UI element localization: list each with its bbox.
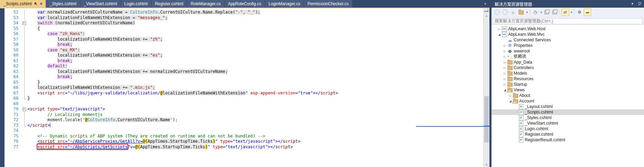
outline-guide	[22, 48, 27, 53]
scrollbar-thumb[interactable]	[484, 96, 489, 142]
home-button[interactable]: ⌂	[509, 8, 517, 16]
tree-item-abplearn-web-mvc[interactable]: ◢AbpLearn.Web.Mvc	[491, 32, 644, 37]
tree-item-resources[interactable]: ▷Resources	[491, 76, 644, 82]
tree-item-models[interactable]: ▷Models	[491, 70, 644, 76]
tree-item-_viewstart-cshtml[interactable]: _ViewStart.cshtml	[491, 120, 644, 126]
collapsed-arrow-icon[interactable]: ▷	[503, 83, 507, 86]
preview-selected-items-button[interactable]: ▬	[584, 8, 591, 16]
tree-item-label: Connected Services	[514, 37, 551, 43]
breakpoint-margin[interactable]	[0, 8, 5, 167]
tree-item-label: 依赖项	[514, 54, 526, 59]
tree-item-app_data[interactable]: ▷App_Data	[491, 59, 644, 65]
collapsed-arrow-icon[interactable]: ▷	[497, 27, 502, 31]
expanded-arrow-icon[interactable]: ◢	[497, 33, 502, 36]
properties-button[interactable]: ⚙	[576, 8, 583, 16]
code-line: localizationFileNameWithExtension += ".m…	[27, 85, 483, 91]
scroll-down-icon[interactable]: ▼	[484, 163, 489, 166]
deps-icon	[507, 55, 513, 59]
tree-item-controllers[interactable]: ▷Controllers	[491, 65, 644, 70]
collapsed-arrow-icon[interactable]: ▷	[503, 55, 507, 58]
tree-item-about[interactable]: ▷About	[491, 93, 644, 98]
line-number: 59	[5, 48, 18, 53]
splitter-grip-icon[interactable]	[484, 9, 488, 13]
tree-item-abplearn-web-host[interactable]: ▷AbpLearn.Web.Host	[491, 26, 644, 32]
document-tab[interactable]: _Styles.cshtml	[46, 0, 80, 8]
razor-icon	[518, 132, 524, 137]
dropdown-arrow-icon[interactable]: ▼	[526, 11, 528, 14]
outline-guide	[22, 96, 27, 101]
collapse-box-icon[interactable]	[22, 107, 27, 112]
tree-item-views[interactable]: ◢Views	[491, 87, 644, 93]
scroll-up-icon[interactable]: ▲	[484, 14, 489, 17]
code-line: default:	[27, 64, 483, 69]
tree-item-_layout-cshtml[interactable]: _Layout.cshtml	[491, 104, 644, 109]
tree-item-_scripts-cshtml[interactable]: _Scripts.cshtml	[491, 109, 644, 115]
back-icon: ←	[495, 10, 500, 15]
collapsed-arrow-icon[interactable]: ▷	[503, 72, 507, 75]
tab-overflow-icon[interactable]: ▼	[484, 2, 487, 6]
document-tab[interactable]: Login.cshtml	[121, 0, 151, 8]
document-tab[interactable]: AppRoleConfig.cs	[225, 0, 265, 8]
outlining-margin[interactable]	[22, 8, 27, 167]
collapsed-arrow-icon[interactable]: ▷	[503, 61, 507, 64]
code-line: }	[27, 96, 483, 101]
pending-changes-filter-button[interactable]: ◷	[531, 8, 539, 16]
close-tab-icon[interactable]: ×	[40, 2, 42, 6]
code-line: switch (normalizedCurrentUICultureName)	[27, 20, 483, 26]
collapsed-arrow-icon[interactable]: ▷	[503, 44, 507, 47]
tree-item-login-cshtml[interactable]: Login.cshtml	[491, 126, 644, 132]
tree-item-properties[interactable]: ▷⚙Properties	[491, 43, 644, 48]
window-position-icon[interactable]: ▼	[631, 2, 634, 6]
tree-item-label: RegisterResult.cshtml	[525, 137, 565, 143]
collapsed-arrow-icon[interactable]: ▷	[503, 50, 507, 53]
sync-with-active-document-button[interactable]: ⇄	[562, 8, 569, 16]
dropdown-arrow-icon[interactable]: ▼	[570, 11, 573, 14]
document-tab[interactable]: _Scripts.cshtml×	[0, 0, 46, 8]
dropdown-arrow-icon[interactable]: ▼	[540, 11, 542, 14]
razor-icon	[518, 110, 524, 115]
tree-item-register-cshtml[interactable]: Register.cshtml	[491, 132, 644, 137]
pin-tab-icon[interactable]	[34, 2, 38, 6]
switch-views-button[interactable]	[517, 8, 525, 16]
tab-label: RoleManager.cs	[191, 1, 221, 6]
outline-guide	[22, 91, 27, 96]
tree-item-startup[interactable]: ▷Startup	[491, 82, 644, 87]
collapse-all-button[interactable]	[543, 8, 550, 16]
editor-body: 5253545556575859606162636465666768697071…	[0, 8, 489, 167]
collapse-box-icon[interactable]	[22, 20, 27, 26]
tree-item-label: Properties	[514, 43, 533, 48]
tree-item-_styles-cshtml[interactable]: _Styles.cshtml	[491, 115, 644, 120]
show-all-files-button[interactable]	[551, 8, 558, 16]
tab-label: PermissionChecker.cs	[307, 1, 349, 6]
line-number: 66	[5, 85, 18, 91]
tab-label: Login.cshtml	[124, 1, 148, 6]
collapsed-arrow-icon[interactable]: ▷	[503, 66, 507, 69]
code-editor[interactable]: var normalizedCurrentUICultureName = Cul…	[27, 8, 483, 167]
tree-item----[interactable]: ▷依赖项	[491, 54, 644, 59]
tree-item-account[interactable]: ◢Account	[491, 98, 644, 104]
code-line: // Localizing momentjs	[27, 112, 483, 118]
solution-explorer-search-input[interactable]	[493, 18, 643, 24]
collapsed-arrow-icon[interactable]: ▷	[503, 77, 507, 81]
tree-item-connected-services[interactable]: ☁Connected Services	[491, 37, 644, 43]
razor-icon	[518, 121, 524, 126]
document-tab[interactable]: RoleManager.cs	[187, 0, 224, 8]
tree-item-registerresult-cshtml[interactable]: RegisterResult.cshtml	[491, 137, 644, 143]
expanded-arrow-icon[interactable]: ◢	[503, 89, 507, 92]
document-tab[interactable]: PermissionChecker.cs	[304, 0, 352, 8]
globe-icon: ⊕	[507, 49, 513, 54]
wrench-icon: ⚙	[507, 43, 513, 48]
document-tab[interactable]: Register.cshtml	[151, 0, 187, 8]
tree-item-wwwroot[interactable]: ▷⊕wwwroot	[491, 48, 644, 54]
solution-explorer-toolbar: ←→⌂▼◷▼⇄▼⚙▬	[491, 8, 644, 17]
document-tab[interactable]: LoginManager.cs	[265, 0, 304, 8]
outline-guide	[22, 37, 27, 42]
code-line: <script src="~/AbpServiceProxies/GetAll?…	[27, 139, 483, 144]
pin-icon[interactable]	[638, 2, 641, 6]
collapsed-arrow-icon[interactable]: ▷	[508, 94, 513, 97]
expanded-arrow-icon[interactable]: ◢	[508, 100, 513, 103]
outline-guide	[22, 144, 27, 150]
pending-changes-filter-icon: ◷	[533, 10, 537, 15]
document-tab[interactable]: _ViewStart.cshtml	[80, 0, 121, 8]
editor-vertical-scrollbar[interactable]: ▲ ▼	[483, 8, 489, 167]
